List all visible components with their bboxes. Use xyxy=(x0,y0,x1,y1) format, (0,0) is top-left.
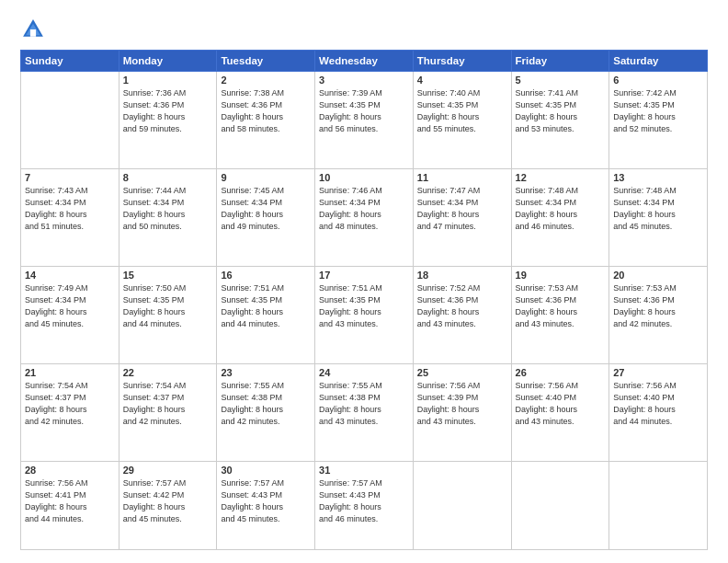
day-info: Sunrise: 7:41 AM Sunset: 4:35 PM Dayligh… xyxy=(516,87,606,135)
day-info: Sunrise: 7:39 AM Sunset: 4:35 PM Dayligh… xyxy=(319,87,409,135)
calendar-cell: 26Sunrise: 7:56 AM Sunset: 4:40 PM Dayli… xyxy=(511,363,609,461)
day-number: 29 xyxy=(123,465,213,476)
day-info: Sunrise: 7:57 AM Sunset: 4:43 PM Dayligh… xyxy=(221,477,311,525)
day-number: 18 xyxy=(417,270,507,281)
logo xyxy=(20,17,50,42)
day-number: 27 xyxy=(613,367,703,378)
day-info: Sunrise: 7:43 AM Sunset: 4:34 PM Dayligh… xyxy=(25,185,115,233)
calendar-cell: 13Sunrise: 7:48 AM Sunset: 4:34 PM Dayli… xyxy=(609,168,708,266)
calendar-cell: 25Sunrise: 7:56 AM Sunset: 4:39 PM Dayli… xyxy=(413,363,511,461)
calendar-cell: 28Sunrise: 7:56 AM Sunset: 4:41 PM Dayli… xyxy=(21,461,119,549)
calendar-week-row: 1Sunrise: 7:36 AM Sunset: 4:36 PM Daylig… xyxy=(21,72,708,169)
day-info: Sunrise: 7:40 AM Sunset: 4:35 PM Dayligh… xyxy=(417,87,507,135)
day-number: 22 xyxy=(123,367,213,378)
calendar-cell xyxy=(413,461,511,549)
calendar-cell: 16Sunrise: 7:51 AM Sunset: 4:35 PM Dayli… xyxy=(217,266,315,363)
day-number: 5 xyxy=(516,75,606,86)
day-number: 28 xyxy=(25,465,115,476)
day-number: 10 xyxy=(319,172,409,183)
logo-icon xyxy=(20,17,46,42)
day-number: 17 xyxy=(319,270,409,281)
day-number: 7 xyxy=(25,172,115,183)
calendar-cell: 6Sunrise: 7:42 AM Sunset: 4:35 PM Daylig… xyxy=(609,72,708,169)
day-info: Sunrise: 7:57 AM Sunset: 4:43 PM Dayligh… xyxy=(319,477,409,525)
calendar-cell xyxy=(511,461,609,549)
day-info: Sunrise: 7:45 AM Sunset: 4:34 PM Dayligh… xyxy=(221,185,311,233)
day-number: 30 xyxy=(221,465,311,476)
weekday-header-monday: Monday xyxy=(119,51,217,72)
day-number: 20 xyxy=(613,270,703,281)
weekday-header-sunday: Sunday xyxy=(21,51,119,72)
day-info: Sunrise: 7:56 AM Sunset: 4:41 PM Dayligh… xyxy=(25,477,115,525)
day-info: Sunrise: 7:38 AM Sunset: 4:36 PM Dayligh… xyxy=(221,87,311,135)
calendar-cell: 19Sunrise: 7:53 AM Sunset: 4:36 PM Dayli… xyxy=(511,266,609,363)
day-number: 8 xyxy=(123,172,213,183)
calendar-week-row: 14Sunrise: 7:49 AM Sunset: 4:34 PM Dayli… xyxy=(21,266,708,363)
day-number: 3 xyxy=(319,75,409,86)
day-number: 1 xyxy=(123,75,213,86)
day-info: Sunrise: 7:50 AM Sunset: 4:35 PM Dayligh… xyxy=(123,282,213,330)
day-info: Sunrise: 7:57 AM Sunset: 4:42 PM Dayligh… xyxy=(123,477,213,525)
day-info: Sunrise: 7:56 AM Sunset: 4:40 PM Dayligh… xyxy=(516,380,606,428)
day-number: 24 xyxy=(319,367,409,378)
weekday-header-wednesday: Wednesday xyxy=(315,51,414,72)
day-info: Sunrise: 7:46 AM Sunset: 4:34 PM Dayligh… xyxy=(319,185,409,233)
calendar-week-row: 28Sunrise: 7:56 AM Sunset: 4:41 PM Dayli… xyxy=(21,461,708,549)
day-info: Sunrise: 7:47 AM Sunset: 4:34 PM Dayligh… xyxy=(417,185,507,233)
calendar-cell: 18Sunrise: 7:52 AM Sunset: 4:36 PM Dayli… xyxy=(413,266,511,363)
day-info: Sunrise: 7:42 AM Sunset: 4:35 PM Dayligh… xyxy=(613,87,703,135)
day-number: 25 xyxy=(417,367,507,378)
day-info: Sunrise: 7:52 AM Sunset: 4:36 PM Dayligh… xyxy=(417,282,507,330)
calendar-week-row: 21Sunrise: 7:54 AM Sunset: 4:37 PM Dayli… xyxy=(21,363,708,461)
day-number: 9 xyxy=(221,172,311,183)
day-number: 31 xyxy=(319,465,409,476)
day-info: Sunrise: 7:49 AM Sunset: 4:34 PM Dayligh… xyxy=(25,282,115,330)
calendar-cell: 12Sunrise: 7:48 AM Sunset: 4:34 PM Dayli… xyxy=(511,168,609,266)
calendar-cell: 30Sunrise: 7:57 AM Sunset: 4:43 PM Dayli… xyxy=(217,461,315,549)
day-info: Sunrise: 7:51 AM Sunset: 4:35 PM Dayligh… xyxy=(319,282,409,330)
calendar-cell: 2Sunrise: 7:38 AM Sunset: 4:36 PM Daylig… xyxy=(217,72,315,169)
day-info: Sunrise: 7:44 AM Sunset: 4:34 PM Dayligh… xyxy=(123,185,213,233)
calendar-cell: 9Sunrise: 7:45 AM Sunset: 4:34 PM Daylig… xyxy=(217,168,315,266)
day-info: Sunrise: 7:53 AM Sunset: 4:36 PM Dayligh… xyxy=(613,282,703,330)
day-info: Sunrise: 7:54 AM Sunset: 4:37 PM Dayligh… xyxy=(123,380,213,428)
calendar-cell: 4Sunrise: 7:40 AM Sunset: 4:35 PM Daylig… xyxy=(413,72,511,169)
day-info: Sunrise: 7:48 AM Sunset: 4:34 PM Dayligh… xyxy=(516,185,606,233)
header xyxy=(20,17,708,42)
day-info: Sunrise: 7:53 AM Sunset: 4:36 PM Dayligh… xyxy=(516,282,606,330)
calendar-cell: 20Sunrise: 7:53 AM Sunset: 4:36 PM Dayli… xyxy=(609,266,708,363)
day-info: Sunrise: 7:56 AM Sunset: 4:39 PM Dayligh… xyxy=(417,380,507,428)
calendar-cell: 22Sunrise: 7:54 AM Sunset: 4:37 PM Dayli… xyxy=(119,363,217,461)
day-number: 2 xyxy=(221,75,311,86)
weekday-header-tuesday: Tuesday xyxy=(217,51,315,72)
day-number: 4 xyxy=(417,75,507,86)
calendar-cell xyxy=(609,461,708,549)
calendar-week-row: 7Sunrise: 7:43 AM Sunset: 4:34 PM Daylig… xyxy=(21,168,708,266)
day-number: 16 xyxy=(221,270,311,281)
day-info: Sunrise: 7:48 AM Sunset: 4:34 PM Dayligh… xyxy=(613,185,703,233)
calendar-cell: 3Sunrise: 7:39 AM Sunset: 4:35 PM Daylig… xyxy=(315,72,414,169)
calendar-cell: 21Sunrise: 7:54 AM Sunset: 4:37 PM Dayli… xyxy=(21,363,119,461)
day-info: Sunrise: 7:55 AM Sunset: 4:38 PM Dayligh… xyxy=(319,380,409,428)
day-info: Sunrise: 7:36 AM Sunset: 4:36 PM Dayligh… xyxy=(123,87,213,135)
calendar-cell: 23Sunrise: 7:55 AM Sunset: 4:38 PM Dayli… xyxy=(217,363,315,461)
day-number: 15 xyxy=(123,270,213,281)
weekday-header-friday: Friday xyxy=(511,51,609,72)
weekday-header-saturday: Saturday xyxy=(609,51,708,72)
calendar-cell: 10Sunrise: 7:46 AM Sunset: 4:34 PM Dayli… xyxy=(315,168,414,266)
calendar-cell: 1Sunrise: 7:36 AM Sunset: 4:36 PM Daylig… xyxy=(119,72,217,169)
calendar-cell: 5Sunrise: 7:41 AM Sunset: 4:35 PM Daylig… xyxy=(511,72,609,169)
day-number: 21 xyxy=(25,367,115,378)
day-info: Sunrise: 7:51 AM Sunset: 4:35 PM Dayligh… xyxy=(221,282,311,330)
day-info: Sunrise: 7:56 AM Sunset: 4:40 PM Dayligh… xyxy=(613,380,703,428)
day-info: Sunrise: 7:55 AM Sunset: 4:38 PM Dayligh… xyxy=(221,380,311,428)
page: SundayMondayTuesdayWednesdayThursdayFrid… xyxy=(0,0,728,563)
day-number: 14 xyxy=(25,270,115,281)
weekday-header-thursday: Thursday xyxy=(413,51,511,72)
calendar-cell: 29Sunrise: 7:57 AM Sunset: 4:42 PM Dayli… xyxy=(119,461,217,549)
calendar-cell: 14Sunrise: 7:49 AM Sunset: 4:34 PM Dayli… xyxy=(21,266,119,363)
calendar-cell: 15Sunrise: 7:50 AM Sunset: 4:35 PM Dayli… xyxy=(119,266,217,363)
day-info: Sunrise: 7:54 AM Sunset: 4:37 PM Dayligh… xyxy=(25,380,115,428)
day-number: 6 xyxy=(613,75,703,86)
calendar-cell: 17Sunrise: 7:51 AM Sunset: 4:35 PM Dayli… xyxy=(315,266,414,363)
